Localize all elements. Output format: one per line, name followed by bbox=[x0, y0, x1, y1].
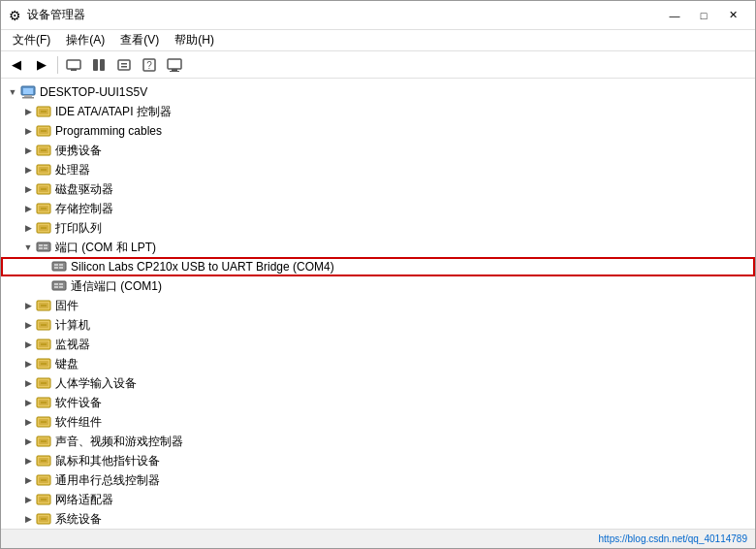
expand-icon[interactable]: ▶ bbox=[20, 511, 36, 527]
svg-rect-42 bbox=[52, 262, 66, 271]
menu-help[interactable]: 帮助(H) bbox=[167, 30, 222, 50]
tree-item[interactable]: ▶ 打印队列 bbox=[1, 218, 755, 238]
tree-item[interactable]: ▶ 系统设备 bbox=[1, 509, 755, 529]
expand-icon[interactable]: ▶ bbox=[20, 123, 36, 139]
item-label: 软件设备 bbox=[55, 395, 102, 411]
item-label: 通用串行总线控制器 bbox=[55, 472, 160, 489]
tree-item[interactable]: ▼ 端口 (COM 和 LPT) bbox=[1, 238, 755, 257]
svg-rect-45 bbox=[54, 267, 58, 269]
item-label: 端口 (COM 和 LPT) bbox=[55, 240, 156, 256]
close-button[interactable]: ✕ bbox=[718, 6, 747, 25]
properties-icon bbox=[116, 57, 132, 73]
expand-icon[interactable]: ▶ bbox=[20, 337, 36, 352]
menu-view[interactable]: 查看(V) bbox=[112, 30, 167, 50]
tree-item[interactable]: ▶ 通用串行总线控制器 bbox=[1, 470, 755, 490]
tree-item[interactable]: ▶ 软件设备 bbox=[1, 393, 755, 412]
expand-icon[interactable]: ▶ bbox=[20, 434, 36, 449]
toolbar-btn4[interactable]: ? bbox=[138, 54, 161, 76]
item-label: Programming cables bbox=[55, 124, 162, 138]
expand-icon[interactable]: ▶ bbox=[20, 356, 36, 371]
svg-rect-11 bbox=[170, 71, 179, 72]
minimize-button[interactable]: — bbox=[660, 6, 689, 25]
item-icon bbox=[36, 123, 51, 139]
tree-item[interactable]: ▶ 软件组件 bbox=[1, 412, 755, 432]
tree-item[interactable]: ▶ 键盘 bbox=[1, 354, 755, 373]
tree-item[interactable]: 通信端口 (COM1) bbox=[1, 276, 755, 296]
expand-icon[interactable]: ▶ bbox=[20, 298, 36, 313]
item-icon bbox=[36, 434, 51, 449]
expand-icon[interactable]: ▶ bbox=[20, 181, 36, 197]
item-icon bbox=[36, 162, 51, 178]
svg-rect-51 bbox=[59, 286, 63, 288]
expand-icon[interactable]: ▶ bbox=[20, 414, 36, 430]
tree-root[interactable]: ▼ DESKTOP-UUI1S5V bbox=[1, 82, 755, 102]
tree-item[interactable]: ▶ 鼠标和其他指针设备 bbox=[1, 451, 755, 470]
toolbar-btn2[interactable] bbox=[87, 54, 110, 76]
expand-icon[interactable]: ▶ bbox=[20, 375, 36, 391]
item-icon bbox=[36, 337, 51, 352]
tree-item[interactable]: ▶ 存储控制器 bbox=[1, 199, 755, 218]
maximize-button[interactable]: □ bbox=[689, 6, 718, 25]
expand-icon[interactable]: ▶ bbox=[20, 453, 36, 468]
expand-icon[interactable]: ▶ bbox=[20, 162, 36, 178]
tree-item[interactable]: ▶ 固件 bbox=[1, 296, 755, 315]
tree-item[interactable]: ▶ 处理器 bbox=[1, 160, 755, 179]
title-bar: ⚙ 设备管理器 — □ ✕ bbox=[1, 1, 755, 30]
expand-icon[interactable]: ▶ bbox=[20, 143, 36, 158]
item-icon bbox=[36, 356, 51, 371]
tree-pane[interactable]: ▼ DESKTOP-UUI1S5V ▶ IDE ATA/ATAPI 控制器▶ bbox=[1, 79, 755, 529]
expand-icon[interactable]: ▶ bbox=[20, 472, 36, 488]
tree-item[interactable]: ▶ 网络适配器 bbox=[1, 490, 755, 509]
tree-item[interactable]: ▶ 人体学输入设备 bbox=[1, 373, 755, 393]
item-icon bbox=[36, 453, 51, 468]
item-label: 人体学输入设备 bbox=[55, 375, 137, 392]
tree-item[interactable]: ▶ IDE ATA/ATAPI 控制器 bbox=[1, 102, 755, 121]
title-bar-left: ⚙ 设备管理器 bbox=[9, 7, 85, 23]
expand-icon[interactable]: ▶ bbox=[20, 317, 36, 333]
back-button[interactable]: ◀ bbox=[5, 54, 28, 76]
item-label: IDE ATA/ATAPI 控制器 bbox=[55, 104, 172, 120]
item-icon bbox=[51, 259, 67, 274]
item-icon bbox=[36, 181, 51, 197]
expand-icon[interactable]: ▶ bbox=[20, 395, 36, 410]
root-expand-icon[interactable]: ▼ bbox=[5, 84, 20, 100]
expand-icon[interactable]: ▼ bbox=[20, 240, 36, 255]
tree-item[interactable]: Silicon Labs CP210x USB to UART Bridge (… bbox=[1, 257, 755, 276]
forward-icon: ▶ bbox=[37, 57, 47, 72]
tree-item[interactable]: ▶ Programming cables bbox=[1, 121, 755, 141]
svg-rect-0 bbox=[67, 60, 80, 69]
refresh-icon bbox=[91, 57, 107, 73]
toolbar-btn3[interactable] bbox=[112, 54, 136, 76]
tree-items-container: ▶ IDE ATA/ATAPI 控制器▶ Programming cables▶… bbox=[1, 102, 755, 529]
expand-icon[interactable]: ▶ bbox=[20, 492, 36, 507]
tree-item[interactable]: ▶ 监视器 bbox=[1, 335, 755, 354]
item-label: 鼠标和其他指针设备 bbox=[55, 453, 160, 469]
svg-rect-49 bbox=[59, 283, 63, 285]
forward-button[interactable]: ▶ bbox=[30, 54, 53, 76]
tree-item[interactable]: ▶ 声音、视频和游戏控制器 bbox=[1, 432, 755, 451]
svg-rect-50 bbox=[54, 286, 58, 288]
menu-file[interactable]: 文件(F) bbox=[5, 30, 58, 50]
expand-icon[interactable]: ▶ bbox=[20, 201, 36, 216]
tree-item[interactable]: ▶ 磁盘驱动器 bbox=[1, 179, 755, 199]
tree-item[interactable]: ▶ 便携设备 bbox=[1, 141, 755, 160]
svg-rect-2 bbox=[93, 59, 98, 71]
item-icon bbox=[36, 511, 51, 527]
item-label: 网络适配器 bbox=[55, 492, 113, 508]
menu-action[interactable]: 操作(A) bbox=[58, 30, 112, 50]
expand-icon[interactable] bbox=[36, 259, 51, 274]
expand-icon[interactable] bbox=[36, 278, 51, 294]
back-icon: ◀ bbox=[12, 57, 21, 72]
toolbar-btn5[interactable] bbox=[163, 54, 186, 76]
expand-icon[interactable]: ▶ bbox=[20, 220, 36, 236]
svg-rect-48 bbox=[54, 283, 58, 285]
svg-rect-5 bbox=[121, 63, 127, 65]
tree-item[interactable]: ▶ 计算机 bbox=[1, 315, 755, 335]
toolbar-btn1[interactable] bbox=[62, 54, 85, 76]
item-icon bbox=[36, 104, 51, 119]
item-icon bbox=[36, 201, 51, 216]
item-label: Silicon Labs CP210x USB to UART Bridge (… bbox=[71, 260, 334, 274]
svg-rect-14 bbox=[24, 95, 32, 97]
expand-icon[interactable]: ▶ bbox=[20, 104, 36, 119]
title-icon: ⚙ bbox=[9, 8, 21, 23]
